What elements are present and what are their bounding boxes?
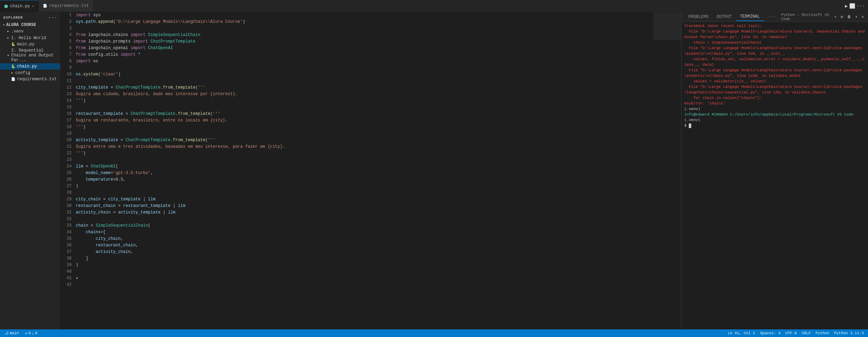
code-line-5[interactable]: from langchain.prompts import ChatPrompt…: [76, 38, 654, 45]
code-line-27[interactable]: ): [76, 183, 654, 190]
tab-terminal[interactable]: TERMINAL: [736, 13, 764, 21]
close-panel-btn[interactable]: ✕: [860, 14, 865, 20]
line-number-18: 18: [61, 124, 72, 130]
code-line-36[interactable]: restaurant_chain,: [76, 242, 654, 249]
line-number-23: 23: [61, 157, 72, 163]
tab-bar: ⬤ chain.py ✕ 📄 requirements.txt ▶ ⬜ ···: [0, 0, 868, 12]
code-line-2[interactable]: sys.path.append('D:\\Large Langage Model…: [76, 19, 654, 25]
new-terminal-btn[interactable]: +: [833, 14, 838, 20]
code-line-14[interactable]: '''): [76, 98, 654, 104]
line-number-36: 36: [61, 242, 72, 249]
code-line-35[interactable]: city_chain,: [76, 236, 654, 242]
tab-chain-py-close[interactable]: ✕: [32, 4, 34, 8]
code-line-23[interactable]: [76, 157, 654, 163]
code-line-26[interactable]: temperature=0.5,: [76, 176, 654, 183]
trash-terminal-btn[interactable]: 🗑: [846, 14, 852, 20]
line-number-2: 2: [61, 19, 72, 25]
tab-more[interactable]: ···: [764, 13, 780, 21]
line-number-21: 21: [61, 144, 72, 150]
code-line-3[interactable]: [76, 25, 654, 32]
code-line-40[interactable]: [76, 268, 654, 275]
terminal-line: File "D:\Large Langage Models\LangChain\…: [684, 84, 865, 95]
split-terminal-btn[interactable]: ⊟: [839, 14, 844, 20]
code-line-28[interactable]: [76, 190, 654, 196]
sidebar-item-hello-world[interactable]: ▸ 1. Hello World: [0, 35, 60, 41]
tab-output[interactable]: OUTPUT: [713, 13, 736, 21]
minimap-slider[interactable]: [654, 12, 681, 40]
sidebar-item-venv[interactable]: ▸ .venv: [0, 28, 60, 35]
code-line-39[interactable]: ): [76, 262, 654, 268]
run-button[interactable]: ▶: [845, 3, 848, 9]
status-git[interactable]: ⎇ main: [3, 331, 20, 336]
sidebar-item-sequential[interactable]: ▾ 2. Sequential Chains and Output Par...: [0, 47, 60, 63]
line-number-25: 25: [61, 170, 72, 176]
right-panel: PROBLEMS OUTPUT TERMINAL ··· Python - Mi…: [681, 12, 868, 329]
code-line-20[interactable]: activity_template = ChatPromptTemplate.f…: [76, 137, 654, 144]
code-line-21[interactable]: Sugira entre uma e tres atividades, base…: [76, 144, 654, 150]
status-right: Ln 41, Col 2 Spaces: 4 UTF-8 CRLF Python…: [727, 331, 866, 335]
maximize-panel-btn[interactable]: ⬆: [854, 14, 859, 20]
terminal-cursor: [689, 124, 691, 128]
sidebar-section-alura[interactable]: ▾ ALURA COURSE: [0, 22, 60, 28]
code-line-32[interactable]: [76, 216, 654, 222]
tab-requirements-txt[interactable]: 📄 requirements.txt: [39, 0, 93, 12]
code-content[interactable]: import syssys.path.append('D:\\Large Lan…: [74, 12, 654, 329]
status-eol[interactable]: CRLF: [800, 331, 812, 335]
code-line-33[interactable]: chain = SimpleSequentialChain(: [76, 222, 654, 229]
code-line-16[interactable]: restaurant_template = ChatPromptTemplate…: [76, 111, 654, 117]
right-panel-tabs: PROBLEMS OUTPUT TERMINAL ··· Python - Mi…: [682, 12, 868, 22]
line-number-17: 17: [61, 117, 72, 124]
sidebar-item-main-py[interactable]: 🐍 main.py: [0, 41, 60, 47]
code-line-24[interactable]: llm = ChatOpenAI(: [76, 163, 654, 170]
editor-actions: ▶ ⬜ ···: [842, 0, 868, 12]
code-line-9[interactable]: [76, 65, 654, 71]
status-spaces[interactable]: Spaces: 4: [759, 331, 782, 335]
code-line-37[interactable]: activity_chain,: [76, 249, 654, 255]
code-line-12[interactable]: city_template = ChatPromptTemplate.from_…: [76, 84, 654, 91]
sidebar-item-requirements[interactable]: 📄 requirements.txt: [0, 76, 60, 82]
code-line-15[interactable]: [76, 104, 654, 111]
code-line-29[interactable]: city_chain = city_template | llm: [76, 196, 654, 203]
code-line-7[interactable]: from config.utils import *: [76, 52, 654, 58]
code-line-38[interactable]: ]: [76, 255, 654, 262]
code-line-30[interactable]: restaurant_chain = restaurant_template |…: [76, 203, 654, 209]
status-python-version[interactable]: Python 3.11.5: [833, 331, 865, 335]
line-number-13: 13: [61, 91, 72, 98]
code-line-42[interactable]: [76, 282, 654, 288]
sidebar-more-btn[interactable]: ···: [48, 15, 57, 20]
tab-chain-py[interactable]: ⬤ chain.py ✕: [0, 0, 39, 12]
line-number-15: 15: [61, 104, 72, 111]
status-errors[interactable]: ✕ 0 ⚠ 0: [24, 331, 38, 336]
terminal-prompt-symbol: $: [684, 123, 689, 128]
code-line-25[interactable]: model_name='gpt-3.5-turbo',: [76, 170, 654, 176]
txt-file-icon: 📄: [11, 77, 15, 81]
sidebar: EXPLORER ··· ▾ ALURA COURSE ▸ .venv ▸ 1.…: [0, 12, 61, 329]
code-line-1[interactable]: import sys: [76, 12, 654, 19]
status-bar: ⎇ main ✕ 0 ⚠ 0 Ln 41, Col 2 Spaces: 4 UT…: [0, 329, 868, 337]
code-editor[interactable]: 1234567891011121314151617181920212223242…: [61, 12, 681, 329]
code-line-19[interactable]: [76, 130, 654, 137]
code-line-17[interactable]: Sugira um restaurante, brasileiro, entre…: [76, 117, 654, 124]
tab-problems[interactable]: PROBLEMS: [684, 13, 713, 21]
code-line-8[interactable]: import os: [76, 58, 654, 65]
more-actions-button[interactable]: ···: [857, 3, 865, 9]
code-line-18[interactable]: '''): [76, 124, 654, 130]
line-number-28: 28: [61, 190, 72, 196]
code-line-31[interactable]: activity_chain = activity_template | llm: [76, 209, 654, 216]
code-line-4[interactable]: from langchain.chains import SimpleSeque…: [76, 32, 654, 38]
sidebar-item-config[interactable]: ▸ config: [0, 70, 60, 76]
code-line-6[interactable]: from langchain_openai import ChatOpenAI: [76, 45, 654, 52]
sidebar-item-requirements-label: requirements.txt: [17, 77, 57, 82]
code-line-34[interactable]: chains=[: [76, 229, 654, 236]
code-line-11[interactable]: [76, 78, 654, 84]
status-cursor[interactable]: Ln 41, Col 2: [727, 331, 757, 335]
status-language[interactable]: Python: [814, 331, 831, 335]
code-line-22[interactable]: '''): [76, 150, 654, 157]
status-encoding[interactable]: UTF-8: [784, 331, 798, 335]
code-line-41[interactable]: ✦: [76, 275, 654, 282]
code-line-13[interactable]: Sugira uma cidade, brasileira, dado meu …: [76, 91, 654, 98]
code-line-10[interactable]: os.system('clear'): [76, 71, 654, 78]
split-editor-button[interactable]: ⬜: [849, 3, 855, 9]
sidebar-item-chain-py[interactable]: 🐍 chain.py: [0, 63, 60, 70]
right-panel-actions: Python - Microsoft VS Code + ⊟ 🗑 ⬆ ✕: [780, 12, 865, 22]
